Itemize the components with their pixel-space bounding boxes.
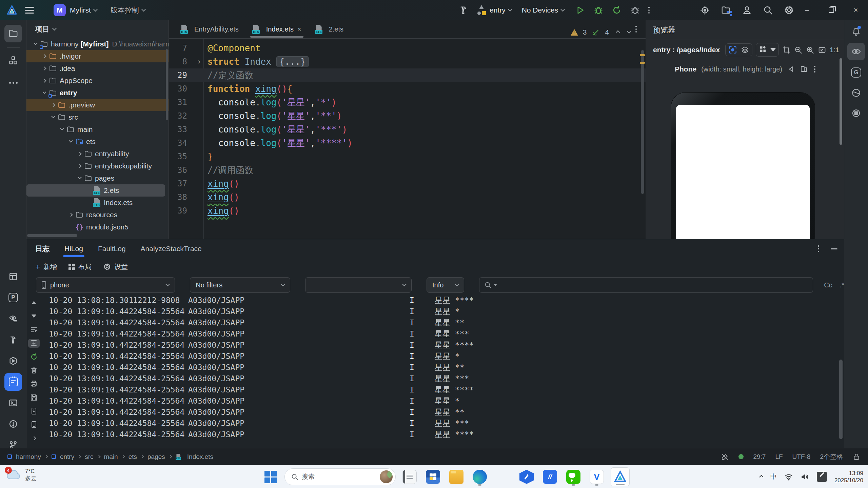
code-line-8[interactable]: 8›struct Index {...} (169, 55, 646, 68)
log-row[interactable]: 10-20 13:09:10.44224584-25564A03d00/JSAP… (26, 351, 837, 362)
tray-expand-icon[interactable] (759, 475, 764, 479)
components-icon[interactable] (759, 45, 767, 55)
log-row[interactable]: 10-20 13:09:10.44224584-25564A03d00/JSAP… (26, 373, 837, 384)
log-row[interactable]: 10-20 13:09:10.44224584-25564A03d00/JSAP… (26, 340, 837, 351)
code-line-35[interactable]: 35} (169, 150, 646, 163)
codelinter-tool-icon[interactable] (4, 310, 22, 327)
prev-issue-icon[interactable] (616, 30, 620, 35)
previewer-tool-icon[interactable] (847, 43, 865, 60)
project-widget[interactable]: M Myfirst (54, 4, 97, 16)
harmony-assistant-tool-icon[interactable] (847, 84, 865, 102)
tab-index[interactable]: ETSIndex.ets× (245, 20, 308, 39)
code-line-34[interactable]: 34 console.log('星星','****') (169, 136, 646, 150)
preview-more-icon[interactable] (814, 66, 815, 73)
project-tool-icon[interactable] (4, 25, 22, 42)
log-new-button[interactable]: +新增 (35, 262, 57, 271)
problems-tool-icon[interactable]: P (4, 289, 22, 306)
tab-options-icon[interactable] (635, 26, 637, 33)
code-line-39[interactable]: 39xing() (169, 204, 646, 218)
code-area[interactable]: 7@Component8›struct Index {...}29//定义函数3… (169, 41, 646, 218)
project-horizontal-scrollbar[interactable] (27, 234, 77, 237)
tree-item-Index.ets[interactable]: ETSIndex.ets (26, 197, 169, 209)
inspections-widget[interactable]: 3 4 (571, 28, 631, 37)
code-line-30[interactable]: 30function xing(){ (169, 82, 646, 96)
build-tool-icon[interactable] (4, 331, 22, 349)
app-wechat[interactable] (564, 467, 583, 486)
app-edge[interactable] (470, 467, 489, 486)
device-selector[interactable]: No Devices (522, 6, 564, 14)
process-filter-dropdown[interactable] (305, 277, 412, 293)
tab-entryability[interactable]: ETSEntryAbility.ets (174, 20, 245, 39)
tree-item-module.json5[interactable]: {}module.json5 (26, 221, 169, 233)
notifications-tool-icon[interactable] (4, 415, 22, 433)
debug-button[interactable] (593, 5, 604, 15)
caret-position[interactable]: 29:7 (753, 453, 766, 461)
tree-item-resources[interactable]: resources (26, 209, 169, 221)
app-v-meeting[interactable]: V (587, 467, 606, 486)
level-filter-dropdown[interactable]: Info (427, 277, 464, 293)
start-button[interactable] (261, 467, 280, 486)
next-issue-icon[interactable] (627, 29, 631, 34)
log-row[interactable]: 10-20 13:09:10.44224584-25564A03d00/JSAP… (26, 395, 837, 407)
device-filter-dropdown[interactable]: phone (36, 277, 175, 293)
structure-tool-icon[interactable] (4, 52, 22, 69)
code-line-38[interactable]: 38xing() (169, 190, 646, 204)
switch-device-icon[interactable] (800, 65, 808, 73)
more-actions-icon[interactable] (648, 7, 650, 14)
tab-hilog[interactable]: HiLog (64, 239, 83, 258)
warning-stripe[interactable] (640, 54, 645, 56)
code-line-32[interactable]: 32 console.log('星星','**') (169, 109, 646, 123)
zoom-in-icon[interactable] (806, 46, 814, 54)
app-blue-shield[interactable] (517, 467, 536, 486)
minimize-button[interactable]: – (795, 0, 819, 20)
app-pc[interactable] (423, 467, 442, 486)
taskbar-search-input[interactable]: 搜索 (284, 468, 396, 485)
code-line-31[interactable]: 31 console.log('星星','*') (169, 96, 646, 109)
search-everywhere-icon[interactable] (763, 5, 773, 15)
code-line-7[interactable]: 7@Component (169, 41, 646, 55)
code-line-33[interactable]: 33 console.log('星星','***') (169, 123, 646, 136)
app-notepad[interactable] (400, 467, 419, 486)
run-config-selector[interactable]: entry (477, 5, 512, 15)
layers-icon[interactable] (741, 45, 749, 54)
tree-item-src[interactable]: src (26, 111, 169, 123)
run-tool-icon[interactable] (4, 352, 22, 370)
tab-2ets[interactable]: ETS2.ets (308, 20, 350, 39)
previewer-scrollbar[interactable] (840, 58, 842, 145)
zoom-ratio[interactable]: 1:1 (830, 46, 839, 54)
tree-item-harmony[interactable]: harmony [Myfirst]D:\huaweixm\harmon (26, 38, 169, 50)
frame-select-icon[interactable] (782, 46, 791, 54)
components-dropdown-icon[interactable] (770, 48, 776, 52)
notifications-bell-icon[interactable] (847, 23, 865, 41)
main-menu-icon[interactable] (25, 7, 34, 14)
settings-icon[interactable] (784, 5, 794, 15)
vcs-widget[interactable]: 版本控制 (111, 5, 145, 15)
saved-filter-dropdown[interactable]: No filters (190, 277, 290, 293)
tab-faultlog[interactable]: FaultLog (98, 239, 126, 258)
wifi-icon[interactable] (784, 472, 793, 481)
breadcrumb[interactable]: harmony entry src main ets pages ETS Ind… (0, 452, 213, 461)
clock-widget[interactable]: 13:09 2025/10/20 (834, 470, 863, 484)
hide-panel-icon[interactable] (831, 248, 837, 249)
log-row[interactable]: 10-20 13:09:10.44224584-25564A03d00/JSAP… (26, 317, 837, 328)
log-search-input[interactable] (479, 277, 813, 293)
project-structure-icon[interactable] (721, 5, 731, 15)
log-row[interactable]: 10-20 13:09:10.44224584-25564A03d00/JSAP… (26, 429, 837, 440)
app-slashes[interactable]: // (540, 467, 559, 486)
log-settings-button[interactable]: 设置 (103, 262, 128, 271)
code-line-29[interactable]: 29//定义函数 (169, 68, 646, 82)
app-deveco-studio[interactable] (611, 467, 630, 486)
indent-setting[interactable]: 2个空格 (820, 452, 843, 461)
run-button[interactable] (575, 5, 585, 15)
readonly-indicator-icon[interactable] (721, 453, 729, 461)
log-tool-icon[interactable] (4, 373, 22, 391)
volume-icon[interactable] (801, 472, 809, 481)
zoom-out-icon[interactable] (794, 46, 803, 54)
tree-item-ets[interactable]: ets (26, 136, 169, 148)
analysis-status-icon[interactable] (738, 454, 744, 459)
tree-item-.preview[interactable]: .preview (26, 99, 169, 111)
tree-item-2.ets[interactable]: ETS2.ets (26, 184, 165, 197)
rotate-device-icon[interactable] (787, 65, 795, 73)
tree-item-.idea[interactable]: .idea (26, 62, 169, 75)
profile-icon[interactable] (742, 5, 752, 15)
